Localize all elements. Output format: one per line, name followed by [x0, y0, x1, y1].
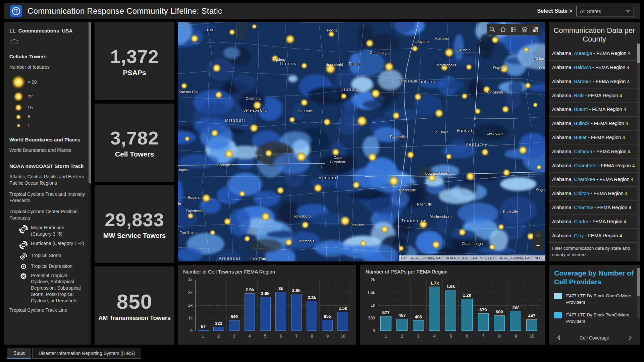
storm-legend-item: Hurricane (Category 1 -2) — [19, 240, 85, 249]
coverage-swatch — [554, 293, 562, 299]
tower-glow-symbol — [15, 104, 22, 111]
chart-bar-slot: 467 — [394, 280, 410, 331]
county-state-label: Alabama, — [552, 135, 574, 140]
bar[interactable]: 322 — [213, 327, 224, 331]
bar[interactable]: 406 — [413, 320, 424, 331]
broadcast-tower-icon — [10, 5, 22, 17]
fema-region-label: - FEMA Region — [589, 191, 625, 196]
graduated-symbols-legend: > 29221581 — [9, 75, 85, 129]
tab-static[interactable]: Static — [7, 348, 31, 359]
fema-region-label: - FEMA Region — [591, 65, 627, 70]
x-tick-label: 6 — [459, 334, 475, 339]
storm-symbols-legend: Major Hurricane (Category 3 -5)Hurricane… — [9, 225, 85, 304]
tab-disaster-information-reporting-system-di[interactable]: Disaster Information Reporting System (D… — [32, 348, 141, 359]
bar[interactable]: 2.3k — [307, 301, 317, 331]
county-name: Barbour — [574, 79, 591, 84]
county-row[interactable]: Alabama, Cherokee - FEMA Region 4 — [549, 173, 637, 187]
bar[interactable]: 849 — [229, 320, 239, 331]
bar[interactable]: 467 — [396, 319, 408, 331]
map-city-label: Fort Smith — [179, 231, 197, 235]
state-select-group: Select State > All States — [537, 6, 634, 16]
bar[interactable]: 2.9k — [291, 294, 302, 331]
chart-bar-slot: 2.9k — [242, 280, 258, 331]
x-tick-label: 3 — [226, 334, 242, 339]
county-row[interactable]: Alabama, Barbour - FEMA Region 4 — [549, 74, 637, 88]
bar-value-label: 1.7k — [430, 281, 439, 286]
chart-bar-slot: 3k — [273, 280, 288, 331]
county-state-label: Alabama, — [552, 219, 574, 224]
map-city-label: Peoria — [327, 28, 337, 32]
county-row[interactable]: Alabama, Clay - FEMA Region 4 — [549, 229, 637, 243]
county-row[interactable]: Alabama, Chilton - FEMA Region 4 — [549, 187, 637, 201]
chart-cell-towers-per-fema-region: Number of Cell Towers per FEMA Region4k3… — [178, 265, 356, 345]
storm-legend-label: Hurricane (Category 1 -2) — [31, 240, 84, 247]
main-content: LL_Communications_USA Cellular Towers Nu… — [4, 22, 640, 345]
county-row[interactable]: Alabama, Calhoun - FEMA Region 4 — [549, 144, 637, 159]
fema-region-number: 4 — [624, 219, 627, 224]
county-row[interactable]: Alabama, Autauga - FEMA Region 4 — [549, 47, 637, 61]
stat-card-am-transmission-towers: 850AM Transmission Towers — [95, 266, 174, 345]
coverage-legend-label: F477 LTE By Block OnerOrMore Providers — [566, 293, 635, 306]
storm-legend-item: Potential Tropical Cyclone, Subtropical … — [19, 273, 85, 304]
y-tick-label: 500 — [368, 316, 375, 320]
basemap-icon[interactable] — [530, 24, 541, 35]
county-row[interactable]: Alabama, Chambers - FEMA Region 4 — [549, 159, 637, 173]
bar[interactable]: 3k — [275, 292, 286, 331]
state-dropdown[interactable]: All States — [576, 6, 634, 16]
layers-icon[interactable] — [519, 24, 530, 35]
bar[interactable]: 2.9k — [245, 293, 255, 331]
county-row[interactable]: Alabama, Clarke - FEMA Region 4 — [549, 215, 637, 229]
map[interactable]: IowaPeoriaKokomoLafayetteMuncieChampaign… — [178, 22, 545, 261]
coverage-footer: Cell Coverage — [554, 335, 635, 341]
coverage-scrollbar[interactable] — [637, 268, 640, 318]
county-row[interactable]: Alabama, Bullock - FEMA Region 4 — [549, 117, 637, 131]
county-name: Autauga — [574, 51, 592, 56]
left-arrow-icon[interactable] — [555, 335, 562, 341]
map-toolbar — [487, 24, 541, 35]
stat-card-cell-towers: 3,782Cell Towers — [95, 104, 174, 182]
x-tick-label: 5 — [258, 334, 273, 339]
bar[interactable]: 67 — [198, 330, 209, 331]
fema-region-number: 4 — [629, 205, 631, 210]
county-state-label: Alabama, — [552, 205, 574, 210]
bar[interactable]: 447 — [526, 319, 537, 331]
map-state-label: Missouri — [318, 176, 339, 180]
map-city-label: Cincinnati — [487, 90, 503, 94]
bar[interactable]: 577 — [380, 316, 391, 331]
bar[interactable]: 855 — [322, 320, 333, 331]
bar[interactable]: 2.6k — [260, 297, 271, 331]
county-row[interactable]: Alabama, Bibb - FEMA Region 4 — [549, 88, 637, 103]
county-name: Bullock — [574, 121, 590, 126]
county-state-label: Alabama, — [552, 149, 574, 154]
bar[interactable]: 1.7k — [429, 287, 440, 331]
county-list-scrollbar[interactable] — [637, 43, 640, 261]
legend-scrollbar[interactable] — [89, 22, 91, 345]
tower-symbol-icon — [9, 104, 28, 111]
zoom-in-button[interactable]: + — [533, 231, 543, 240]
bar[interactable]: 787 — [510, 311, 521, 331]
zoom-out-button[interactable]: − — [533, 241, 543, 250]
county-row[interactable]: Alabama, Butler - FEMA Region 4 — [549, 131, 637, 145]
bar-value-label: 849 — [230, 314, 238, 319]
county-state-label: Alabama, — [552, 163, 574, 168]
county-row[interactable]: Alabama, Baldwin - FEMA Region 4 — [549, 61, 637, 75]
bar[interactable]: 1.6k — [445, 290, 456, 331]
tower-symbol-icon — [9, 92, 28, 102]
potential-cyclone-icon — [19, 273, 28, 280]
home-icon[interactable] — [498, 24, 508, 35]
bar[interactable]: 1.5k — [337, 312, 348, 331]
map-state-label: Arkansas — [219, 256, 241, 261]
y-tick-label: 1.5k — [367, 290, 375, 295]
bar[interactable]: 1.2k — [462, 299, 473, 331]
bar[interactable]: 679 — [478, 313, 489, 331]
county-row[interactable]: Alabama, Choctaw - FEMA Region 4 — [549, 201, 637, 215]
legend-icon[interactable] — [508, 24, 519, 35]
bar[interactable]: 600 — [494, 315, 505, 331]
legend-symbol-label: 8 — [28, 114, 30, 120]
legend-symbol-row: 15 — [9, 104, 85, 111]
x-tick-label: 2 — [394, 334, 410, 339]
county-row[interactable]: Alabama, Blount - FEMA Region 4 — [549, 103, 637, 117]
bar-value-label: 679 — [480, 307, 487, 312]
search-icon[interactable] — [487, 24, 498, 35]
right-arrow-icon[interactable] — [626, 335, 634, 341]
